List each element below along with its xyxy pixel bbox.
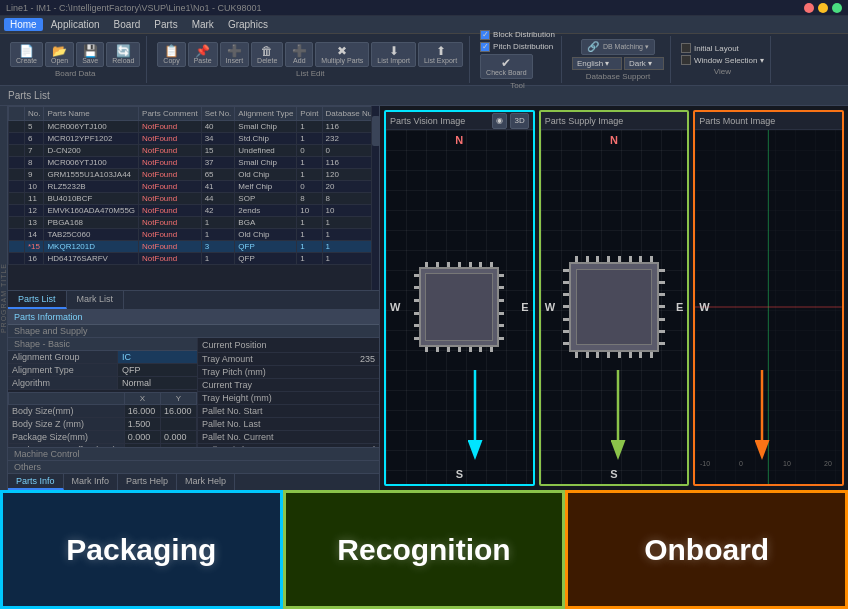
minimize-button[interactable]: [818, 3, 828, 13]
supply-pins-left: [563, 264, 569, 350]
pitch-distribution-row[interactable]: ✓ Pitch Distribution: [480, 42, 555, 52]
tab-parts-info[interactable]: Parts Info: [8, 474, 64, 490]
window-selection-label: Window Selection ▾: [694, 56, 764, 65]
table-cell: QFP: [235, 253, 297, 265]
table-row[interactable]: 14TAB25C060NotFound1Old Chip1110120Tape8…: [9, 229, 372, 241]
table-row[interactable]: 16HD64176SARFVNotFound1QFP1110100TrayAut…: [9, 253, 372, 265]
xy-col-x: X: [124, 393, 160, 405]
package-size-y[interactable]: 0.000: [160, 431, 196, 444]
initial-layout-row[interactable]: Initial Layout: [681, 43, 764, 53]
table-cell: GRM1555U1A103JA44: [44, 169, 139, 181]
menu-parts[interactable]: Parts: [148, 18, 183, 31]
body-size-x[interactable]: 16.000: [124, 405, 160, 418]
table-row[interactable]: 9GRM1555U1A103JA44NotFound65Old Chip1120…: [9, 169, 372, 181]
table-row[interactable]: 7D-CN200NotFound15Undefined0010140Tape8m…: [9, 145, 372, 157]
alignment-type-row: Alignment Type QFP: [8, 364, 197, 377]
reload-button[interactable]: 🔄Reload: [106, 42, 140, 67]
table-cell: NotFound: [139, 121, 202, 133]
list-import-button[interactable]: ⬇List Import: [371, 42, 416, 67]
multiply-parts-button[interactable]: ✖Multiply Parts: [315, 42, 369, 67]
check-board-button[interactable]: ✔Check Board: [480, 54, 532, 79]
block-distribution-row[interactable]: ✓ Block Distribution: [480, 30, 555, 40]
tab-mark-info[interactable]: Mark Info: [64, 474, 119, 490]
table-row[interactable]: 10RLZ5232BNotFound41Melf Chip02010040Tap…: [9, 181, 372, 193]
menu-home[interactable]: Home: [4, 18, 43, 31]
pitch-distribution-check[interactable]: ✓: [480, 42, 490, 52]
table-scroll[interactable]: No. Parts Name Parts Comment Set No. Ali…: [8, 106, 371, 290]
menu-board[interactable]: Board: [108, 18, 147, 31]
tab-parts-help[interactable]: Parts Help: [118, 474, 177, 490]
pin: [479, 262, 482, 267]
pin: [650, 352, 653, 358]
table-row[interactable]: *15MKQR1201DNotFound3QFP1110130TrayAuto …: [9, 241, 372, 253]
delete-button[interactable]: 🗑Delete: [251, 42, 283, 67]
save-button[interactable]: 💾Save: [76, 42, 104, 67]
table-row[interactable]: 11BU4010BCFNotFound44SOP8810090Tape16mmE…: [9, 193, 372, 205]
db-matching-button[interactable]: 🔗 DB Matching ▾: [581, 39, 655, 55]
bottom-tabs: Parts Info Mark Info Parts Help Mark Hel…: [8, 473, 379, 490]
table-cell: RLZ5232B: [44, 181, 139, 193]
table-cell: 120: [322, 169, 371, 181]
close-button[interactable]: [804, 3, 814, 13]
window-selection-check[interactable]: [681, 55, 691, 65]
chip-inner: [425, 273, 493, 341]
table-cell: 10: [322, 205, 371, 217]
theme-dropdown[interactable]: Dark ▾: [624, 57, 664, 70]
table-cell: NotFound: [139, 133, 202, 145]
pins-left: [414, 269, 419, 345]
table-scrollbar[interactable]: [371, 106, 379, 290]
body-size-y[interactable]: 16.000: [160, 405, 196, 418]
package-size-label: Package Size(mm): [9, 431, 125, 444]
scrollbar-thumb[interactable]: [372, 116, 379, 146]
menu-application[interactable]: Application: [45, 18, 106, 31]
paste-button[interactable]: 📌Paste: [188, 42, 218, 67]
menu-graphics[interactable]: Graphics: [222, 18, 274, 31]
table-cell: [9, 145, 25, 157]
tab-mark-list[interactable]: Mark List: [67, 291, 125, 309]
copy-button[interactable]: 📋Copy: [157, 42, 185, 67]
alignment-group-row: Alignment Group IC: [8, 351, 197, 364]
table-cell: 0: [297, 181, 322, 193]
table-cell: 1: [297, 133, 322, 145]
insert-button[interactable]: ➕Insert: [220, 42, 250, 67]
vision-3d-btn[interactable]: 3D: [510, 113, 528, 129]
table-row[interactable]: 5MCR006YTJ100NotFound40Small Chip1116100…: [9, 121, 372, 133]
window-selection-row[interactable]: Window Selection ▾: [681, 55, 764, 65]
add-button[interactable]: ➕Add: [285, 42, 313, 67]
tool-checkboxes: ✓ Block Distribution ✓ Pitch Distributio…: [480, 30, 555, 52]
list-export-button[interactable]: ⬆List Export: [418, 42, 463, 67]
create-button[interactable]: 📄Create: [10, 42, 43, 67]
block-distribution-check[interactable]: ✓: [480, 30, 490, 40]
package-size-x[interactable]: 0.000: [124, 431, 160, 444]
tray-amount-row: Tray Amount 235: [198, 353, 379, 366]
table-cell: EMVK160ADA470M55G: [44, 205, 139, 217]
pin: [414, 274, 419, 277]
mount-grid-svg: -10 0 10 20: [695, 130, 842, 484]
table-row[interactable]: 13PBGA168NotFound1BGA1110110TapeAuto TC: [9, 217, 372, 229]
tab-mark-help[interactable]: Mark Help: [177, 474, 235, 490]
alignment-type-value[interactable]: QFP: [118, 364, 197, 376]
table-cell: Undefined: [235, 145, 297, 157]
tab-parts-list[interactable]: Parts List: [8, 291, 67, 309]
pin: [659, 305, 665, 308]
parts-supply-title-bar: Parts Supply Image: [541, 112, 688, 130]
machine-control-bar: Machine Control: [8, 447, 379, 460]
language-dropdown[interactable]: English ▾: [572, 57, 622, 70]
pin: [499, 299, 504, 302]
menu-mark[interactable]: Mark: [186, 18, 220, 31]
open-button[interactable]: 📂Open: [45, 42, 74, 67]
pin: [436, 262, 439, 267]
table-cell: 12: [25, 205, 44, 217]
algorithm-value[interactable]: Normal: [118, 377, 197, 389]
table-row[interactable]: 6MCR012YPF1202NotFound34Std.Chip12321007…: [9, 133, 372, 145]
alignment-group-value[interactable]: IC: [118, 351, 197, 363]
table-cell: 3: [201, 241, 235, 253]
initial-layout-check[interactable]: [681, 43, 691, 53]
vision-circle-btn[interactable]: ◉: [492, 113, 507, 129]
parts-list-title: Parts List: [8, 90, 50, 101]
body-size-z-x[interactable]: 1.500: [124, 418, 160, 431]
pallet-start-label: Pallet No. Start: [202, 406, 263, 416]
maximize-button[interactable]: [832, 3, 842, 13]
table-row[interactable]: 12EMVK160ADA470M55GNotFound422ends101010…: [9, 205, 372, 217]
table-row[interactable]: 8MCR006YTJ100NotFound37Small Chip1116100…: [9, 157, 372, 169]
